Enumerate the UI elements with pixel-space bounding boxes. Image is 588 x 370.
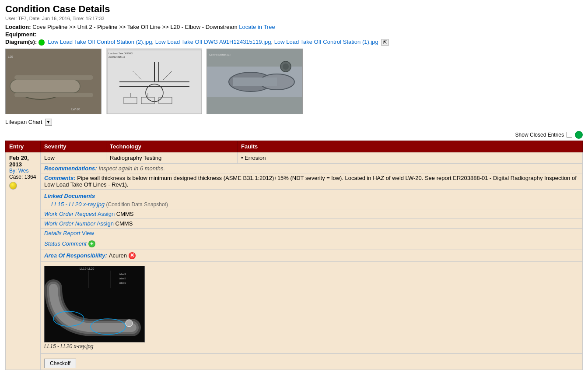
technology-value: Radiography Testing [110,155,161,161]
status-comment-row: Status Comment + [6,238,583,250]
checkoff-row: Checkoff [6,353,583,370]
show-closed-label: Show Closed Entries [515,132,564,138]
svg-text:LW-20: LW-20 [71,108,80,111]
expand-diagrams-icon[interactable]: ⇱ [382,39,388,46]
svg-text:L20: L20 [8,55,13,58]
entry-cell: Feb 20, 2013 By: Wes Case: 1364 [6,152,41,370]
xray-image-cell: LL15-LL20 label1 label2 label3 LL15 - LL… [41,261,583,353]
diagram-image-1[interactable]: L20 LW-20 [5,49,102,114]
diagram-image-3[interactable]: Control Station (1) [206,49,303,114]
svg-text:Low Load Take Off DWG: Low Load Take Off DWG [108,52,133,55]
status-comment-cell: Status Comment + [41,238,583,250]
xray-image-row: LL15-LL20 label1 label2 label3 LL15 - LL… [6,261,583,353]
svg-text:LL15-LL20: LL15-LL20 [80,267,94,270]
lifespan-label: Lifespan Chart [5,119,42,125]
header-technology: Technology [106,141,238,152]
svg-rect-3 [14,75,93,80]
technology-cell: Radiography Testing [106,152,238,163]
severity-status-icon [9,182,17,190]
svg-text:A91H124315119: A91H124315119 [108,56,125,58]
work-order-number-label: Work Order Number [44,220,95,227]
lifespan-chart-section: Lifespan Chart ▼ [5,119,583,126]
cmms-label-1: CMMS [116,211,134,217]
svg-point-34 [126,320,133,327]
details-report-cell: Details Report View [41,228,583,238]
work-order-assign-link[interactable]: Assign [98,211,115,217]
diagrams-label: Diagram(s): [5,39,37,45]
svg-rect-27 [233,78,277,86]
diagram-image-2[interactable]: Low Load Take Off DWG A91H124315119 [106,49,202,114]
status-comment-label: Status Comment [44,240,87,247]
xray-image-container: LL15-LL20 label1 label2 label3 LL15 - LL… [44,266,579,349]
status-comment-add-icon[interactable]: + [88,240,95,247]
recommendations-cell: Recommendations: Inspect again in 6 mont… [41,163,583,173]
diagram-link-1[interactable]: Low Load Take Off Control Station (2).jp… [48,39,152,45]
equipment-label: Equipment: [5,31,37,38]
work-order-number-cell: Work Order Number Assign CMMS [41,218,583,228]
area-of-resp-label: Area Of Responsibility: [44,252,107,259]
details-report-label: Details Report [44,230,80,236]
svg-rect-2 [10,80,80,93]
comments-cell: Comments: Pipe wall thickness is below m… [41,173,583,189]
table-row: Feb 20, 2013 By: Wes Case: 1364 Low Radi… [6,152,583,163]
user-info: User: TF7, Date: Jun 16, 2016, Time: 15:… [5,16,583,21]
diagram-images-row: L20 LW-20 Low Load Take Off DWG A91H1243… [5,49,583,114]
work-order-request-row: Work Order Request Assign CMMS [6,209,583,218]
recommendations-row: Recommendations: Inspect again in 6 mont… [6,163,583,173]
work-order-request-cell: Work Order Request Assign CMMS [41,209,583,218]
comments-text: Pipe wall thickness is below minimum des… [44,175,577,188]
comments-row: Comments: Pipe wall thickness is below m… [6,173,583,189]
area-of-resp-row: Area Of Responsibility: Acuren ✕ [6,250,583,261]
diagram-link-2[interactable]: Low Load Take Off DWG A91H124315119.jpg [155,39,271,45]
show-closed-checkbox[interactable] [567,132,572,137]
recommendations-text: Inspect again in 6 months. [98,165,165,172]
details-report-row: Details Report View [6,228,583,238]
linked-docs-row: Linked Documents LL15 - LL20 x-ray.jpg (… [6,189,583,209]
xray-image-label: LL15 - LL20 x-ray.jpg [44,343,579,349]
work-order-number-row: Work Order Number Assign CMMS [6,218,583,228]
lifespan-expand-icon[interactable]: ▼ [45,119,52,126]
entry-case: Case: 1364 [9,174,37,180]
work-order-request-label: Work Order Request [44,211,96,217]
area-of-resp-remove-icon[interactable]: ✕ [129,252,136,259]
severity-value: Low [44,155,55,161]
header-entry: Entry [6,141,41,152]
page-title: Condition Case Details [5,4,583,15]
faults-cell: • Errosion [238,152,583,163]
svg-text:label2: label2 [119,277,126,280]
entry-date: Feb 20, 2013 [9,155,37,168]
linked-docs-title[interactable]: Linked Documents [44,193,95,199]
header-severity: Severity [41,141,106,152]
checkoff-cell: Checkoff [41,353,583,370]
locate-in-tree-link[interactable]: Locate in Tree [239,24,275,30]
location-path: Cove Pipeline >> Unit 2 - Pipeline >> Ta… [32,24,238,30]
header-faults: Faults [238,141,583,152]
condition-table: Entry Severity Technology Faults Feb 20,… [5,141,583,370]
svg-text:Control Station (1): Control Station (1) [209,53,231,56]
linked-doc-note: (Condition Data Snapshot) [106,201,168,208]
diagram-status-icon [38,39,45,46]
checkoff-button[interactable]: Checkoff [44,359,76,368]
area-of-resp-value: Acuren [109,252,127,259]
show-closed-row: Show Closed Entries [5,131,583,139]
severity-cell: Low [41,152,106,163]
table-header-row: Entry Severity Technology Faults [6,141,583,152]
refresh-icon[interactable] [575,131,583,139]
area-of-resp-cell: Area Of Responsibility: Acuren ✕ [41,250,583,261]
svg-text:label3: label3 [119,282,126,284]
comments-label: Comments: [44,175,76,181]
location-label: Location: [5,24,31,30]
svg-text:label1: label1 [119,273,126,275]
diagram-link-3[interactable]: Low Load Take Off Control Station (1).jp… [274,39,378,45]
details-report-view-link[interactable]: View [82,230,94,236]
linked-docs-cell: Linked Documents LL15 - LL20 x-ray.jpg (… [41,189,583,209]
entry-by: By: Wes [9,168,37,174]
cmms-label-2: CMMS [116,220,133,227]
faults-value: • Errosion [241,155,266,161]
recommendations-label: Recommendations: [44,165,97,172]
xray-image[interactable]: LL15-LL20 label1 label2 label3 [44,266,145,342]
linked-doc-file-link[interactable]: LL15 - LL20 x-ray.jpg [51,201,105,208]
svg-rect-4 [14,93,93,97]
svg-point-30 [283,63,289,70]
work-order-number-assign-link[interactable]: Assign [97,220,114,227]
